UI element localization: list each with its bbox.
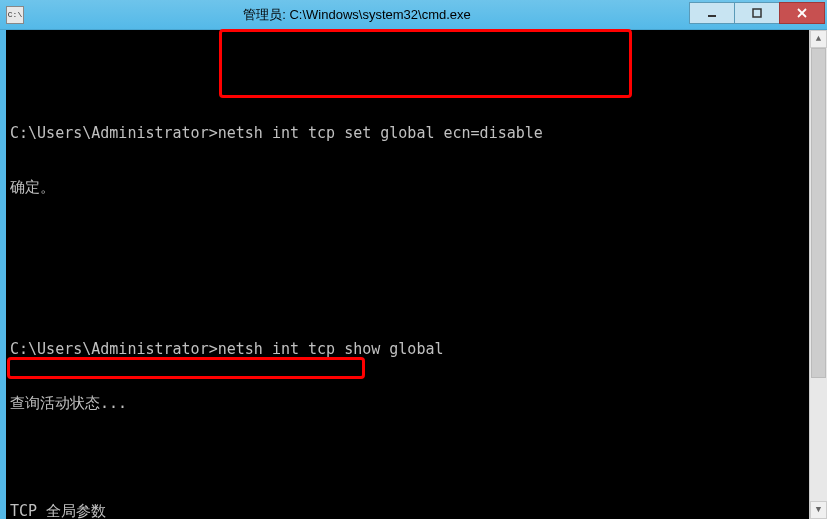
terminal-line: C:\Users\Administrator>netsh int tcp sho… bbox=[10, 340, 817, 358]
scroll-down-button[interactable]: ▼ bbox=[810, 501, 827, 519]
terminal-line bbox=[10, 232, 817, 250]
titlebar[interactable]: C:\ 管理员: C:\Windows\system32\cmd.exe bbox=[0, 0, 827, 30]
command-text: netsh int tcp show global bbox=[218, 340, 444, 358]
scroll-thumb[interactable] bbox=[811, 48, 826, 378]
cmd-window: C:\ 管理员: C:\Windows\system32\cmd.exe C:\… bbox=[0, 0, 827, 519]
maximize-icon bbox=[751, 7, 763, 19]
section-header: TCP 全局参数 bbox=[10, 502, 817, 519]
window-title: 管理员: C:\Windows\system32\cmd.exe bbox=[24, 6, 690, 24]
terminal-line: 查询活动状态... bbox=[10, 394, 817, 412]
scroll-track[interactable] bbox=[810, 48, 827, 501]
terminal-line bbox=[10, 286, 817, 304]
minimize-button[interactable] bbox=[689, 2, 735, 24]
close-button[interactable] bbox=[779, 2, 825, 24]
maximize-button[interactable] bbox=[734, 2, 780, 24]
terminal-line bbox=[10, 70, 817, 88]
scroll-up-button[interactable]: ▲ bbox=[810, 30, 827, 48]
terminal-line: C:\Users\Administrator>netsh int tcp set… bbox=[10, 124, 817, 142]
cmd-app-icon: C:\ bbox=[6, 6, 24, 24]
prompt: C:\Users\Administrator> bbox=[10, 340, 218, 358]
window-controls bbox=[690, 6, 827, 24]
svg-rect-1 bbox=[753, 9, 761, 17]
chevron-down-icon: ▼ bbox=[816, 505, 821, 515]
prompt: C:\Users\Administrator> bbox=[10, 124, 218, 142]
command-text: netsh int tcp set global ecn=disable bbox=[218, 124, 543, 142]
chevron-up-icon: ▲ bbox=[816, 34, 821, 44]
terminal-area[interactable]: C:\Users\Administrator>netsh int tcp set… bbox=[6, 30, 821, 519]
vertical-scrollbar[interactable]: ▲ ▼ bbox=[809, 30, 827, 519]
terminal-line bbox=[10, 448, 817, 466]
minimize-icon bbox=[706, 7, 718, 19]
close-icon bbox=[796, 7, 808, 19]
terminal-line: 确定。 bbox=[10, 178, 817, 196]
app-icon-label: C:\ bbox=[8, 10, 22, 19]
